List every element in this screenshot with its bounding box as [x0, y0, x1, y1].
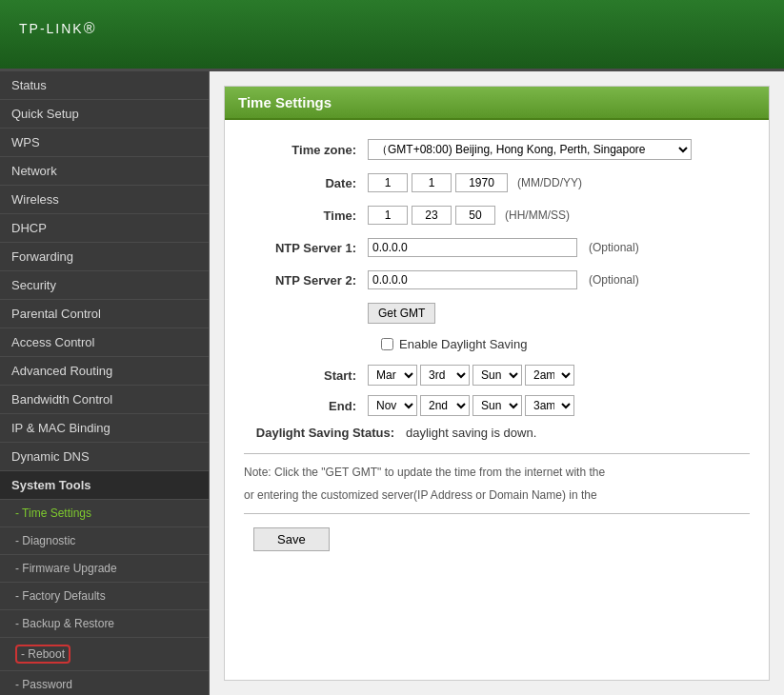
dst-status-label: Daylight Saving Status: [244, 426, 406, 440]
logo: TP-LINK® [19, 17, 96, 52]
dst-end-day-select[interactable]: Sun [472, 395, 522, 416]
ntp2-input[interactable] [368, 270, 577, 289]
ntp1-row: NTP Server 1: (Optional) [244, 238, 750, 257]
sidebar-item-forwarding[interactable]: Forwarding [0, 243, 209, 271]
sidebar-item-bandwidth-control[interactable]: Bandwidth Control [0, 386, 209, 414]
dst-start-row: Start: Mar 3rd Sun [244, 365, 750, 386]
daylight-saving-row: Enable Daylight Saving [381, 337, 750, 351]
dst-status-value: daylight saving is down. [406, 426, 536, 440]
sidebar-item-quick-setup[interactable]: Quick Setup [0, 100, 209, 129]
sidebar-item-ip-mac-binding[interactable]: IP & MAC Binding [0, 414, 209, 443]
sidebar-item-dynamic-dns[interactable]: Dynamic DNS [0, 443, 209, 471]
sidebar-item-advanced-routing[interactable]: Advanced Routing [0, 357, 209, 386]
sidebar-item-time-settings[interactable]: - Time Settings [0, 500, 209, 527]
ntp2-hint: (Optional) [589, 273, 639, 287]
sidebar-item-wps[interactable]: WPS [0, 129, 209, 157]
reboot-label: - Reboot [15, 645, 70, 664]
date-label: Date: [244, 176, 368, 190]
dst-status-row: Daylight Saving Status: daylight saving … [244, 426, 750, 440]
header: TP-LINK® [0, 0, 784, 69]
dst-end-week-select[interactable]: 2nd [420, 395, 470, 416]
time-row: Time: (HH/MM/SS) [244, 206, 750, 225]
time-format-hint: (HH/MM/SS) [505, 208, 570, 222]
sidebar-item-system-tools[interactable]: System Tools [0, 471, 209, 500]
dst-end-selects: Nov 2nd Sun 3am [368, 395, 574, 416]
time-control: (HH/MM/SS) [368, 206, 570, 225]
divider [244, 453, 750, 454]
dst-start-month-select[interactable]: Mar [368, 365, 417, 386]
date-control: (MM/DD/YY) [368, 173, 582, 192]
sidebar-item-factory-defaults[interactable]: - Factory Defaults [0, 583, 209, 610]
dst-start-selects: Mar 3rd Sun 2am [368, 365, 574, 386]
content-inner: Time Settings Time zone: （GMT+08:00) Bei… [224, 86, 770, 681]
dst-end-row: End: Nov 2nd Sun 3 [244, 395, 750, 416]
dst-end-time-select[interactable]: 3am [525, 395, 574, 416]
dst-start-time-select[interactable]: 2am [525, 365, 574, 386]
save-row: Save [244, 527, 750, 551]
ntp1-hint: (Optional) [589, 241, 639, 254]
date-row: Date: (MM/DD/YY) [244, 173, 750, 192]
sidebar-item-wireless[interactable]: Wireless [0, 186, 209, 214]
dst-start-day-select[interactable]: Sun [472, 365, 522, 386]
sidebar-item-network[interactable]: Network [0, 157, 209, 186]
date-year-input[interactable] [455, 173, 508, 192]
sidebar-item-reboot[interactable]: - Reboot [0, 638, 209, 671]
timezone-control: （GMT+08:00) Beijing, Hong Kong, Perth, S… [368, 139, 692, 160]
ntp1-input[interactable] [368, 238, 577, 257]
sidebar-item-status[interactable]: Status [0, 71, 209, 100]
date-format-hint: (MM/DD/YY) [517, 176, 582, 189]
ntp2-control: (Optional) [368, 270, 639, 289]
time-sec-input[interactable] [455, 206, 495, 225]
time-label: Time: [244, 208, 368, 223]
sidebar-item-access-control[interactable]: Access Control [0, 328, 209, 357]
get-gmt-row: Get GMT [244, 303, 750, 324]
dst-end-label: End: [244, 399, 368, 413]
timezone-label: Time zone: [244, 143, 368, 157]
dst-start-label: Start: [244, 368, 368, 383]
sidebar-item-security[interactable]: Security [0, 271, 209, 300]
save-button[interactable]: Save [253, 527, 330, 551]
dst-start-week-select[interactable]: 3rd [420, 365, 470, 386]
date-day-input[interactable] [412, 173, 452, 192]
daylight-saving-label: Enable Daylight Saving [399, 337, 527, 351]
sidebar-item-diagnostic[interactable]: - Diagnostic [0, 527, 209, 555]
timezone-select[interactable]: （GMT+08:00) Beijing, Hong Kong, Perth, S… [368, 139, 692, 160]
date-month-input[interactable] [368, 173, 408, 192]
get-gmt-button[interactable]: Get GMT [368, 303, 435, 324]
form-area: Time zone: （GMT+08:00) Beijing, Hong Kon… [225, 120, 769, 570]
ntp1-label: NTP Server 1: [244, 241, 368, 255]
timezone-row: Time zone: （GMT+08:00) Beijing, Hong Kon… [244, 139, 750, 160]
time-hour-input[interactable] [368, 206, 408, 225]
note1: Note: Click the "GET GMT" to update the … [244, 464, 750, 481]
ntp2-row: NTP Server 2: (Optional) [244, 270, 750, 289]
ntp1-control: (Optional) [368, 238, 639, 257]
content-area: Time Settings Time zone: （GMT+08:00) Bei… [210, 71, 784, 695]
sidebar-item-firmware-upgrade[interactable]: - Firmware Upgrade [0, 555, 209, 583]
sidebar-item-backup-restore[interactable]: - Backup & Restore [0, 610, 209, 638]
sidebar-item-parental-control[interactable]: Parental Control [0, 300, 209, 328]
ntp2-label: NTP Server 2: [244, 273, 368, 288]
note2: or entering the customized server(IP Add… [244, 486, 750, 504]
sidebar-item-dhcp[interactable]: DHCP [0, 214, 209, 243]
sidebar: Status Quick Setup WPS Network Wireless … [0, 71, 210, 695]
time-min-input[interactable] [412, 206, 452, 225]
section-title: Time Settings [225, 87, 769, 120]
daylight-saving-checkbox[interactable] [381, 338, 393, 350]
dst-end-month-select[interactable]: Nov [368, 395, 417, 416]
sidebar-item-password[interactable]: - Password [0, 671, 209, 695]
divider2 [244, 513, 750, 514]
main-area: Status Quick Setup WPS Network Wireless … [0, 69, 784, 695]
